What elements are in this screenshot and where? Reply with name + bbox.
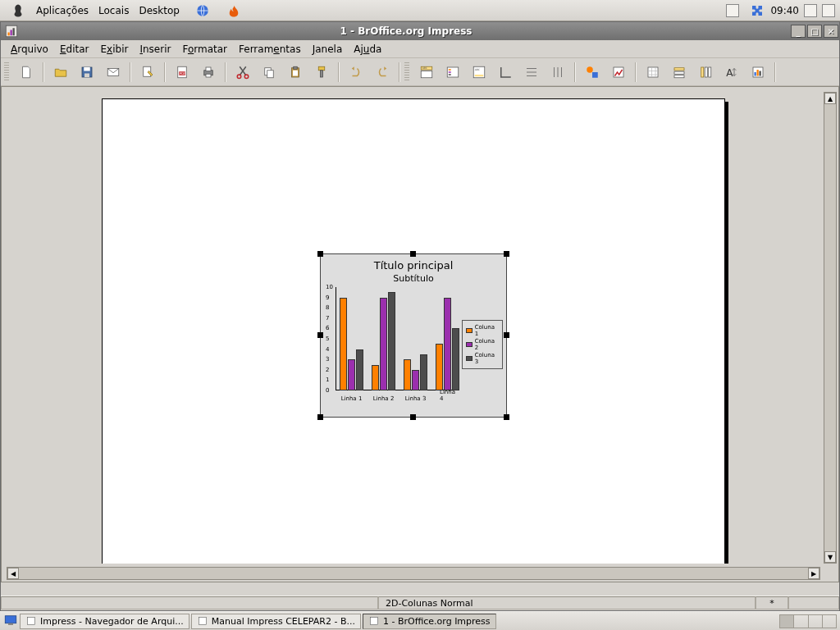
minimize-button[interactable]: _ [791,25,806,38]
chart-series-rows-button[interactable] [667,61,692,84]
fire-icon[interactable] [226,2,242,19]
puzzle-icon[interactable] [749,2,765,19]
svg-rect-47 [755,72,756,76]
resize-handle-icon[interactable] [317,251,323,257]
menu-ajuda[interactable]: Ajuda [349,42,386,57]
panel-menu-desktop[interactable]: Desktop [139,5,180,16]
chart-plot-area[interactable]: 012345678910Linha 1Linha 2Linha 3Linha 4 [324,287,457,402]
chart-grid-v-button[interactable] [546,61,570,84]
scroll-left-icon[interactable]: ◀ [7,568,19,579]
menu-formatar[interactable]: Formatar [177,42,232,57]
gnome-top-panel: Aplicações Locais Desktop 09:40 [0,0,840,21]
menu-ferramentas[interactable]: Ferramentas [234,42,306,57]
toolbar-grip-icon[interactable] [4,62,9,82]
panel-menu-apps[interactable]: Aplicações [36,5,89,16]
svg-rect-39 [674,67,684,70]
vertical-scrollbar[interactable]: ▲ ▼ [824,92,837,564]
taskbar-item[interactable]: Manual Impress CELEPAR2 - B... [191,614,361,629]
menu-inserir[interactable]: Inserir [135,42,176,57]
format-paintbrush-button[interactable] [309,61,334,84]
svg-text:PDF: PDF [180,72,185,75]
status-cell [1,596,378,609]
resize-handle-icon[interactable] [504,414,509,420]
paste-button[interactable] [283,61,308,84]
slide[interactable]: Título principal Subtítulo 012345678910L… [102,98,725,564]
chart-autoformat-button[interactable] [606,61,631,84]
open-button[interactable] [48,61,73,84]
chart-reorganize-button[interactable] [746,61,770,84]
chart-titles-button[interactable]: ABC [414,61,439,84]
save-button[interactable] [75,61,99,84]
svg-rect-44 [709,67,711,77]
workspace-switcher[interactable] [779,614,837,628]
y-tick-label: 4 [326,346,329,353]
chart-type-button[interactable] [580,61,605,84]
menu-janela[interactable]: Janela [308,42,348,57]
chart-title[interactable]: Título principal [321,254,506,272]
network-icon[interactable] [822,4,835,17]
gnome-foot-icon[interactable] [10,2,26,19]
slide-canvas[interactable]: Título principal Subtítulo 012345678910L… [7,92,820,564]
chart-axes-button[interactable] [493,61,518,84]
mail-button[interactable] [101,61,126,84]
edit-doc-button[interactable] [135,61,160,84]
resize-handle-icon[interactable] [504,332,509,338]
legend-item: Coluna 3 [466,352,499,365]
svg-rect-15 [206,74,211,77]
menu-exibir[interactable]: Exibir [96,42,134,57]
redo-button[interactable] [370,61,395,84]
resize-handle-icon[interactable] [317,332,323,338]
volume-icon[interactable] [804,4,817,17]
resize-handle-icon[interactable] [410,251,416,257]
bar [348,359,355,390]
maximize-button[interactable]: □ [807,25,822,38]
svg-rect-41 [674,75,684,77]
chart-axis-titles-button[interactable]: ABC [467,61,491,84]
chart-legend[interactable]: Coluna 1Coluna 2Coluna 3 [462,320,503,369]
menu-bar: ArquivoEditarExibirInserirFormatarFerram… [1,40,839,58]
svg-rect-3 [11,30,12,36]
window-titlebar[interactable]: 1 - BrOffice.org Impress _ □ ✕ [1,22,839,40]
resize-handle-icon[interactable] [504,251,509,257]
svg-rect-50 [5,615,16,623]
chart-data-button[interactable] [641,61,665,84]
taskbar-item[interactable]: Impress - Navegador de Arqui... [20,614,189,629]
toolbar-grip-icon[interactable] [404,62,409,82]
print-button[interactable] [196,61,221,84]
svg-rect-43 [705,67,707,77]
scroll-right-icon[interactable]: ▶ [808,568,819,579]
bar [444,298,451,390]
y-tick-label: 7 [326,315,329,322]
resize-handle-icon[interactable] [410,414,416,420]
svg-rect-36 [592,72,598,78]
menu-editar[interactable]: Editar [55,42,94,57]
web-browser-icon[interactable] [194,2,211,19]
undo-button[interactable] [344,61,368,84]
chart-object[interactable]: Título principal Subtítulo 012345678910L… [320,253,507,418]
export-pdf-button[interactable]: PDF [170,61,194,84]
copy-button[interactable] [257,61,281,84]
chart-scale-text-button[interactable]: A [719,61,744,84]
chart-subtitle[interactable]: Subtítulo [321,272,506,284]
resize-handle-icon[interactable] [317,414,323,420]
chart-legend-button[interactable] [441,61,465,84]
chart-series-cols-button[interactable] [693,61,718,84]
window-title: 1 - BrOffice.org Impress [22,25,790,37]
impress-window: 1 - BrOffice.org Impress _ □ ✕ ArquivoEd… [0,21,840,611]
svg-rect-24 [321,70,323,76]
new-doc-button[interactable] [14,61,39,84]
svg-text:ABC: ABC [475,67,480,71]
cut-button[interactable] [231,61,255,84]
scroll-up-icon[interactable]: ▲ [824,93,836,104]
scroll-down-icon[interactable]: ▼ [824,551,836,563]
tray-widget-icon[interactable] [726,4,739,17]
taskbar-item[interactable]: 1 - BrOffice.org Impress [363,614,496,629]
show-desktop-icon[interactable] [3,613,18,630]
chart-grid-h-button[interactable] [519,61,544,84]
horizontal-scrollbar[interactable]: ◀ ▶ [7,567,820,580]
panel-menu-places[interactable]: Locais [98,5,129,16]
close-button[interactable]: ✕ [824,25,838,38]
menu-arquivo[interactable]: Arquivo [6,42,53,57]
panel-clock[interactable]: 09:40 [770,5,799,16]
svg-rect-7 [84,73,89,77]
